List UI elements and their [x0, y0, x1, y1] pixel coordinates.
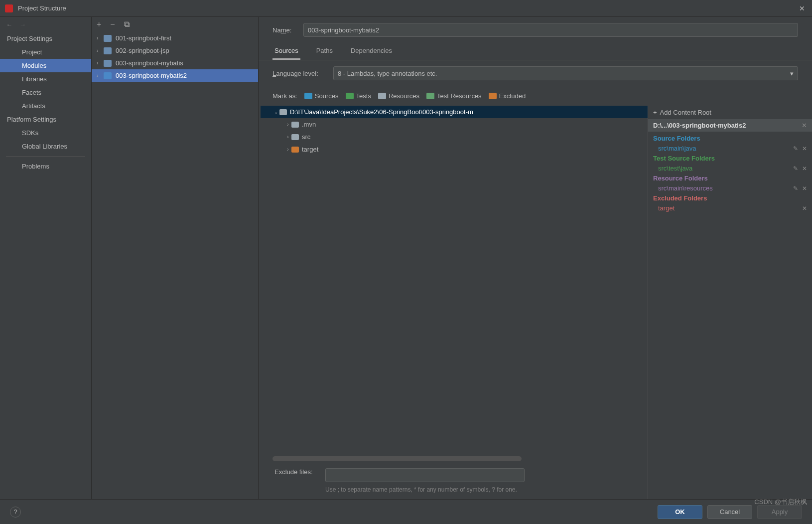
copy-icon[interactable]: ⧉ [124, 20, 130, 29]
sidebar-item-modules[interactable]: Modules [0, 59, 91, 72]
chevron-right-icon[interactable]: › [284, 147, 291, 152]
folder-label: src [302, 133, 310, 141]
tree-folder[interactable]: ›target [261, 143, 648, 156]
folder-icon [104, 35, 112, 42]
edit-icon[interactable]: ✎ [793, 165, 798, 172]
folder-icon [279, 109, 287, 115]
language-row: Language level: 8 - Lambdas, type annota… [259, 60, 812, 86]
folder-label: target [302, 146, 318, 153]
folder-icon [291, 122, 299, 128]
ok-button[interactable]: OK [658, 505, 702, 519]
remove-icon[interactable]: − [110, 20, 115, 29]
module-item[interactable]: ›003-springboot-mybatis [92, 57, 258, 69]
sidebar-item-libraries[interactable]: Libraries [0, 72, 91, 86]
tab-sources[interactable]: Sources [272, 43, 300, 60]
folder-path: target [658, 204, 675, 212]
exclude-files-row: Exclude files: Use ; to separate name pa… [261, 463, 648, 499]
folder-icon [304, 93, 312, 99]
remove-icon[interactable]: ✕ [802, 185, 807, 192]
exclude-label: Exclude files: [274, 468, 319, 476]
app-icon [5, 4, 13, 12]
folder-item[interactable]: src\test\java✎✕ [653, 163, 807, 174]
tab-dependencies[interactable]: Dependencies [349, 43, 394, 60]
mark-resources[interactable]: Resources [378, 92, 419, 100]
plus-icon: + [653, 109, 657, 116]
name-input[interactable] [303, 23, 798, 37]
chevron-right-icon[interactable]: › [97, 48, 104, 53]
forward-icon[interactable]: → [19, 21, 26, 28]
sidebar-item-artifacts[interactable]: Artifacts [0, 99, 91, 113]
remove-icon[interactable]: ✕ [802, 205, 807, 212]
nav-arrows: ← → [0, 17, 91, 32]
folder-group-title: Excluded Folders [653, 193, 807, 203]
folder-item[interactable]: target✕ [653, 203, 807, 213]
close-icon[interactable]: ✕ [797, 4, 807, 12]
module-label: 003-springboot-mybatis [116, 59, 183, 67]
content-root[interactable]: ⌄ D:\IT\Java\IdeaProjects\Suke2\06-Sprin… [261, 106, 648, 118]
sidebar-item-problems[interactable]: Problems [0, 160, 91, 173]
sources-content: ⌄ D:\IT\Java\IdeaProjects\Suke2\06-Sprin… [259, 106, 812, 499]
folder-item[interactable]: src\main\resources✎✕ [653, 183, 807, 193]
add-icon[interactable]: + [97, 20, 101, 29]
exclude-hint: Use ; to separate name patterns, * for a… [325, 485, 525, 494]
tree-folder[interactable]: ›src [261, 131, 648, 143]
content-root-label: D:\...\003-springboot-mybatis2 [653, 122, 746, 129]
tabs: Sources Paths Dependencies [259, 43, 812, 60]
edit-icon[interactable]: ✎ [793, 185, 798, 192]
apply-button: Apply [757, 505, 802, 519]
folder-icon [104, 60, 112, 67]
file-tree: ⌄ D:\IT\Java\IdeaProjects\Suke2\06-Sprin… [261, 106, 648, 499]
chevron-right-icon[interactable]: › [97, 73, 104, 78]
mark-as-label: Mark as: [272, 92, 297, 100]
remove-icon[interactable]: ✕ [802, 122, 807, 129]
language-label: Language level: [272, 70, 327, 77]
chevron-right-icon[interactable]: › [284, 134, 291, 140]
add-content-root[interactable]: + Add Content Root [648, 106, 812, 119]
mark-test-resources[interactable]: Test Resources [426, 92, 482, 100]
module-editor: Name: Sources Paths Dependencies Languag… [259, 17, 812, 499]
language-value: 8 - Lambdas, type annotations etc. [338, 70, 437, 77]
module-item[interactable]: ›002-springboot-jsp [92, 44, 258, 57]
mark-excluded[interactable]: Excluded [489, 92, 526, 100]
folder-icon [489, 93, 497, 99]
sidebar-item-project[interactable]: Project [0, 45, 91, 59]
sidebar-item-sdks[interactable]: SDKs [0, 126, 91, 140]
name-row: Name: [259, 17, 812, 43]
remove-icon[interactable]: ✕ [802, 165, 807, 172]
folder-icon [346, 93, 354, 99]
exclude-input[interactable] [325, 468, 525, 482]
folder-label: .mvn [302, 121, 316, 128]
cancel-button[interactable]: Cancel [707, 505, 752, 519]
sidebar-item-global-libraries[interactable]: Global Libraries [0, 140, 91, 153]
modules-toolbar: + − ⧉ [92, 17, 258, 32]
titlebar: Project Structure ✕ [0, 0, 812, 17]
language-select[interactable]: 8 - Lambdas, type annotations etc. ▾ [333, 66, 798, 80]
module-item[interactable]: ›001-springboot-first [92, 32, 258, 44]
remove-icon[interactable]: ✕ [802, 145, 807, 152]
folder-icon [104, 72, 112, 79]
folder-group-title: Test Source Folders [653, 154, 807, 163]
horizontal-scrollbar[interactable] [272, 456, 522, 461]
module-item[interactable]: ›003-springboot-mybatis2 [92, 69, 258, 82]
module-label: 002-springboot-jsp [116, 47, 169, 54]
chevron-down-icon[interactable]: ⌄ [272, 109, 279, 115]
mark-as-row: Mark as: Sources Tests Resources Test Re… [259, 86, 812, 106]
folder-item[interactable]: src\main\java✎✕ [653, 143, 807, 154]
tab-paths[interactable]: Paths [314, 43, 335, 60]
chevron-right-icon[interactable]: › [97, 60, 104, 66]
sidebar: ← → Project Settings Project Modules Lib… [0, 17, 92, 499]
help-button[interactable]: ? [10, 507, 21, 518]
chevron-right-icon[interactable]: › [284, 122, 291, 127]
mark-tests[interactable]: Tests [346, 92, 371, 100]
edit-icon[interactable]: ✎ [793, 145, 798, 152]
content-root-path[interactable]: D:\...\003-springboot-mybatis2 ✕ [648, 119, 812, 132]
back-icon[interactable]: ← [6, 21, 12, 28]
folder-icon [104, 47, 112, 54]
folder-icon [291, 134, 299, 140]
mark-sources[interactable]: Sources [304, 92, 339, 100]
tree-folder[interactable]: ›.mvn [261, 118, 648, 131]
main: ← → Project Settings Project Modules Lib… [0, 17, 812, 499]
chevron-right-icon[interactable]: › [97, 35, 104, 41]
sidebar-item-facets[interactable]: Facets [0, 86, 91, 99]
window-title: Project Structure [18, 4, 797, 12]
